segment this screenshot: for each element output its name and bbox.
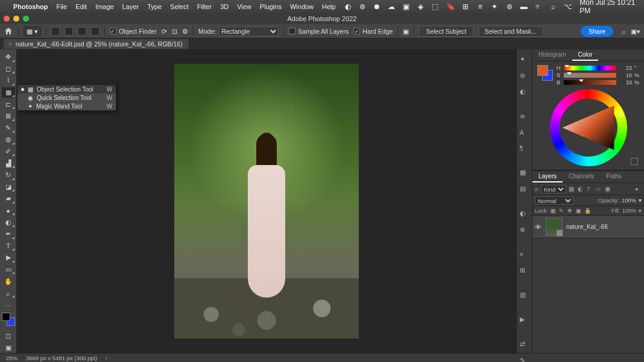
status-icon[interactable]: ☁ bbox=[388, 2, 395, 11]
status-icon[interactable]: ⏺ bbox=[373, 2, 380, 11]
panel-icon[interactable]: ⊞ bbox=[520, 266, 529, 274]
menu-window[interactable]: Window bbox=[290, 3, 314, 10]
gradient-tool[interactable]: ▰ bbox=[2, 193, 15, 204]
menu-select[interactable]: Select bbox=[170, 3, 189, 10]
bri-slider[interactable] bbox=[564, 80, 616, 85]
layer-item[interactable]: 👁 nature_Kat_-66 bbox=[532, 216, 644, 239]
tab-histogram[interactable]: Histogram bbox=[532, 49, 572, 61]
status-icon[interactable]: ⬚ bbox=[432, 2, 439, 11]
menu-help[interactable]: Help bbox=[322, 3, 336, 10]
tab-channels[interactable]: Channels bbox=[563, 171, 600, 183]
fg-swatch[interactable] bbox=[537, 65, 548, 76]
color-wheel[interactable] bbox=[537, 89, 639, 166]
panel-icon[interactable]: ⇄ bbox=[520, 340, 529, 348]
layer-visibility-icon[interactable]: 👁 bbox=[535, 223, 542, 231]
status-icon[interactable]: 🔖 bbox=[446, 2, 455, 11]
zoom-tool[interactable]: ⌕ bbox=[2, 288, 15, 299]
frame-tool[interactable]: ⊠ bbox=[2, 111, 15, 122]
quick-mask-icon[interactable]: ◻ bbox=[2, 331, 15, 342]
status-icon[interactable]: ▣ bbox=[402, 2, 409, 11]
path-selection-tool[interactable]: ▶ bbox=[2, 252, 15, 263]
panel-icon[interactable]: ≡ bbox=[520, 251, 529, 258]
panel-icon[interactable]: ▶ bbox=[520, 316, 529, 323]
lock-position-icon[interactable]: ✥ bbox=[567, 208, 573, 214]
status-icon[interactable]: ◐ bbox=[344, 2, 352, 11]
show-objects-icon[interactable]: ⊡ bbox=[172, 28, 177, 35]
filter-kind-select[interactable]: Kind bbox=[541, 185, 566, 193]
lock-artboard-icon[interactable]: ▣ bbox=[576, 208, 582, 214]
flyout-object-selection[interactable]: ▦Object Selection ToolW bbox=[17, 85, 116, 93]
menu-type[interactable]: Type bbox=[147, 3, 162, 10]
wifi-icon[interactable]: ⊚ bbox=[506, 2, 513, 11]
menu-filter[interactable]: Filter bbox=[197, 3, 212, 10]
panel-icon[interactable]: ✎ bbox=[520, 357, 529, 362]
opacity-chevron-icon[interactable]: ▾ bbox=[639, 197, 642, 204]
layer-name[interactable]: nature_Kat_-66 bbox=[566, 223, 608, 230]
panel-icon[interactable]: ✦ bbox=[520, 55, 529, 63]
status-icon[interactable]: ⊞ bbox=[462, 2, 469, 11]
menu-layer[interactable]: Layer bbox=[122, 3, 139, 10]
panel-icon[interactable]: ⊚ bbox=[520, 72, 529, 80]
color-grid-icon[interactable] bbox=[631, 158, 638, 165]
status-icon[interactable]: ≡ bbox=[476, 2, 484, 11]
close-button[interactable] bbox=[4, 16, 10, 22]
panel-icon[interactable]: ▤ bbox=[520, 185, 529, 193]
foreground-color[interactable] bbox=[2, 313, 10, 321]
sample-all-layers-checkbox[interactable]: Sample All Layers bbox=[289, 28, 349, 35]
select-and-mask-button[interactable]: Select and Mask... bbox=[478, 26, 543, 37]
status-icon[interactable]: ✦ bbox=[491, 2, 498, 11]
healing-brush-tool[interactable]: ◍ bbox=[2, 134, 15, 145]
bri-value[interactable]: 33 bbox=[619, 80, 632, 86]
battery-icon[interactable]: ▬ bbox=[520, 2, 528, 11]
opacity-value[interactable]: 100% bbox=[622, 197, 636, 204]
type-tool[interactable]: T bbox=[2, 241, 15, 252]
lock-transparent-icon[interactable]: ▦ bbox=[551, 208, 557, 214]
status-chevron-icon[interactable]: › bbox=[106, 355, 107, 361]
eyedropper-tool[interactable]: ✎ bbox=[2, 123, 15, 134]
panel-icon[interactable]: ◐ bbox=[520, 88, 529, 96]
object-finder-checkbox[interactable]: Object Finder bbox=[110, 28, 157, 35]
menu-view[interactable]: View bbox=[237, 3, 251, 10]
filter-search-icon[interactable]: ⌕ bbox=[535, 186, 538, 192]
settings-icon[interactable]: ⚙ bbox=[182, 28, 188, 35]
lasso-tool[interactable]: ⌇ bbox=[2, 75, 15, 86]
move-tool[interactable]: ✥ bbox=[2, 52, 15, 63]
hue-slider[interactable] bbox=[564, 66, 616, 70]
filter-toggle-icon[interactable]: ● bbox=[635, 186, 642, 192]
panel-icon[interactable]: ▥ bbox=[520, 291, 529, 299]
flyout-quick-selection[interactable]: ◉Quick Selection ToolW bbox=[17, 93, 116, 102]
menu-plugins[interactable]: Plugins bbox=[260, 3, 282, 10]
shape-tool[interactable]: ▭ bbox=[2, 264, 15, 275]
dodge-tool[interactable]: ◐ bbox=[2, 217, 15, 228]
menu-3d[interactable]: 3D bbox=[220, 3, 229, 10]
filter-shape-icon[interactable]: ▱ bbox=[596, 186, 602, 192]
minimize-button[interactable] bbox=[13, 16, 19, 22]
mask-overlay-icon[interactable]: ▣ bbox=[403, 28, 409, 35]
document-canvas[interactable] bbox=[174, 64, 359, 339]
panel-icon[interactable]: ▦ bbox=[520, 169, 529, 176]
doc-dimensions[interactable]: 3669 px x 5481 px (300 ppi) bbox=[26, 355, 97, 361]
control-center-icon[interactable]: ⌥ bbox=[564, 2, 572, 11]
crop-tool[interactable]: ⊏ bbox=[2, 99, 15, 110]
workspace-switcher-icon[interactable]: ▣▾ bbox=[631, 28, 640, 35]
filter-type-icon[interactable]: T bbox=[587, 186, 593, 192]
flyout-magic-wand[interactable]: ✦Magic Wand ToolW bbox=[17, 102, 116, 110]
blur-tool[interactable]: ● bbox=[2, 205, 15, 216]
object-selection-tool[interactable]: ▦ bbox=[2, 87, 15, 98]
intersect-selection-icon[interactable] bbox=[91, 27, 99, 36]
blend-mode-select[interactable]: Normal bbox=[535, 196, 573, 205]
menu-image[interactable]: Image bbox=[95, 3, 114, 10]
clone-stamp-tool[interactable]: ▟ bbox=[2, 158, 15, 169]
hard-edge-checkbox[interactable]: Hard Edge bbox=[353, 28, 393, 35]
mode-select[interactable]: Rectangle bbox=[218, 27, 279, 36]
panel-icon[interactable]: ¶ bbox=[520, 145, 529, 152]
app-name[interactable]: Photoshop bbox=[13, 3, 48, 10]
screen-mode-icon[interactable]: ▣ bbox=[2, 343, 15, 354]
hue-value[interactable]: 23 bbox=[619, 65, 632, 71]
filter-pixel-icon[interactable]: ▦ bbox=[569, 186, 575, 192]
close-tab-icon[interactable]: × bbox=[8, 41, 12, 48]
panel-icon[interactable]: ⊕ bbox=[520, 226, 529, 234]
marquee-tool[interactable]: ◻ bbox=[2, 64, 15, 75]
new-selection-icon[interactable] bbox=[51, 27, 60, 36]
fill-chevron-icon[interactable]: ▾ bbox=[639, 208, 642, 214]
